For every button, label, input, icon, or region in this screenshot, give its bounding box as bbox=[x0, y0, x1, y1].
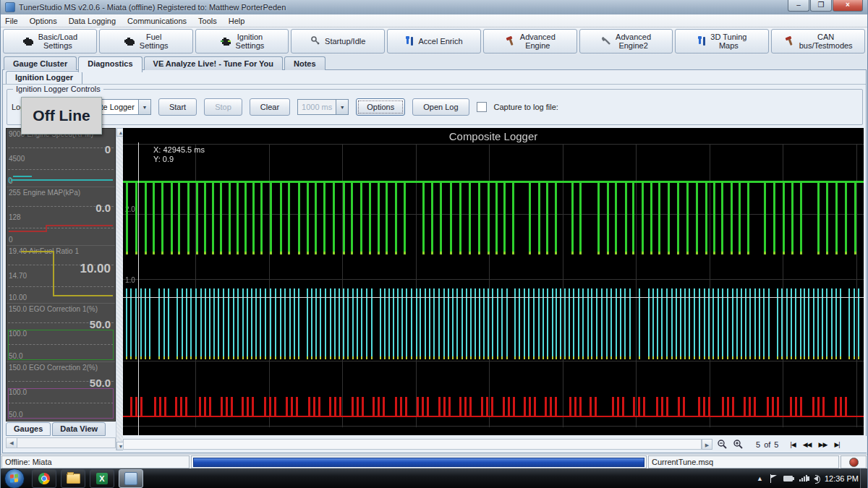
system-tray: ▲ 12:36 PM bbox=[757, 468, 859, 488]
taskbar-excel-icon[interactable]: X bbox=[90, 469, 114, 488]
network-signal-icon[interactable] bbox=[799, 475, 807, 481]
close-button[interactable]: × bbox=[833, 0, 863, 12]
window-title: TunerStudio MS v2.0.6 - Miata (offline) … bbox=[19, 3, 286, 12]
options-button[interactable]: Options bbox=[356, 98, 405, 116]
taskbar-tunerstudio-icon[interactable] bbox=[119, 469, 143, 488]
scroll-left-icon[interactable]: ◀ bbox=[7, 438, 17, 448]
taskbar-chrome-icon[interactable] bbox=[32, 469, 56, 488]
chart-hscrollbar[interactable] bbox=[123, 439, 702, 450]
toolbar-startup-idle-button[interactable]: Startup/Idle bbox=[291, 29, 385, 53]
toolbar-advanced-button[interactable]: AdvancedEngine bbox=[483, 29, 577, 53]
tab-notes[interactable]: Notes bbox=[284, 56, 326, 70]
toolbar-accel-enrich-button[interactable]: Accel Enrich bbox=[387, 29, 481, 53]
gauge-header: 150.0EGO Correction 2(%) bbox=[9, 364, 98, 372]
zoom-out-icon[interactable] bbox=[715, 438, 728, 451]
gauge-ego-correction-1-[interactable]: 150.0EGO Correction 1(%)50.0100.050.0 bbox=[7, 304, 115, 362]
toolbar-button-label: AdvancedEngine bbox=[520, 33, 556, 50]
toolbar-fuel-button[interactable]: FuelSettings bbox=[99, 29, 193, 53]
menu-help[interactable]: Help bbox=[229, 17, 245, 25]
toolbar-button-label: IgnitionSettings bbox=[236, 33, 265, 50]
start-button[interactable] bbox=[4, 468, 25, 488]
scroll-right-icon[interactable]: ▶ bbox=[702, 439, 712, 450]
menu-file[interactable]: File bbox=[5, 17, 18, 25]
app-icon bbox=[5, 2, 15, 12]
gridline bbox=[8, 286, 114, 287]
show-desktop-button[interactable] bbox=[860, 468, 867, 488]
status-led-icon bbox=[849, 458, 859, 467]
tray-expand-icon[interactable]: ▲ bbox=[757, 475, 763, 482]
volume-icon[interactable] bbox=[814, 476, 818, 481]
tab-ve-analyze-live-tune-for-you[interactable]: VE Analyze Live! - Tune For You bbox=[144, 56, 283, 70]
gauge-mid: 4500 bbox=[9, 155, 25, 163]
tab-gauge-cluster[interactable]: Gauge Cluster bbox=[4, 56, 77, 70]
maximize-button[interactable]: ❐ bbox=[810, 0, 832, 12]
stop-button: Stop bbox=[204, 98, 242, 116]
gauge-air-fuel-ratio-1[interactable]: 19.40Air:Fuel Ratio 110.0014.7010.00 bbox=[7, 246, 115, 304]
gauge-header: 150.0EGO Correction 1(%) bbox=[9, 305, 98, 313]
hammer-icon bbox=[784, 35, 796, 48]
interval-select: 1000 ms ▼ bbox=[297, 99, 349, 115]
tab-gauges[interactable]: Gauges bbox=[6, 422, 51, 436]
diagnostics-panel: Ignition Logger Ignition Logger Controls… bbox=[2, 69, 867, 453]
toolbar-ignition-button[interactable]: IgnitionSettings bbox=[195, 29, 289, 53]
gauge-engine-speed-rpm-[interactable]: 9000Engine Speed(RPM)0450000 bbox=[7, 129, 115, 187]
windows-logo-icon bbox=[10, 474, 19, 483]
action-center-flag-icon[interactable] bbox=[770, 474, 777, 483]
engine-icon bbox=[124, 35, 136, 48]
progress-cell bbox=[191, 455, 647, 468]
gauge-panel-hscrollbar[interactable]: ◀ bbox=[6, 437, 116, 448]
toolbar-advanced-button[interactable]: AdvancedEngine2 bbox=[579, 29, 673, 53]
chevron-down-icon[interactable]: ▼ bbox=[138, 100, 150, 114]
toolbar-can-button[interactable]: CANbus/Testmodes bbox=[771, 29, 865, 53]
current-tune-file: CurrentTune.msq bbox=[648, 455, 839, 468]
taskbar: X ▲ 12:36 PM bbox=[1, 468, 867, 488]
toolbar-button-label: Startup/Idle bbox=[325, 37, 365, 46]
zoom-in-icon[interactable] bbox=[731, 438, 744, 451]
next-page-button[interactable]: ▶▶ bbox=[816, 440, 830, 450]
hammer-icon bbox=[505, 35, 516, 48]
gauge-value: 50.0 bbox=[90, 318, 111, 330]
gauge-mid: 128 bbox=[9, 213, 21, 221]
gauge-max: 150.0 bbox=[9, 305, 27, 313]
composite-logger-chart[interactable]: Composite Logger X: 42945.5 ms Y: 0.9 bbox=[123, 128, 864, 435]
toolbar: Basic/LoadSettingsFuelSettingsIgnitionSe… bbox=[1, 27, 867, 55]
waveform-canvas[interactable] bbox=[123, 128, 864, 435]
last-page-button[interactable]: ▶| bbox=[831, 440, 842, 450]
gauge-title: EGO Correction 2(%) bbox=[29, 364, 98, 372]
tab-data-view[interactable]: Data View bbox=[52, 422, 106, 436]
wrench-icon bbox=[601, 35, 612, 48]
toolbar-basic-load-button[interactable]: Basic/LoadSettings bbox=[3, 29, 97, 53]
tab-ignition-logger[interactable]: Ignition Logger bbox=[6, 71, 82, 84]
interval-value: 1000 ms bbox=[298, 103, 336, 111]
start-button[interactable]: Start bbox=[158, 98, 197, 116]
tools-icon bbox=[405, 35, 414, 48]
toolbar-button-label: AdvancedEngine2 bbox=[616, 33, 651, 50]
clear-button[interactable]: Clear bbox=[250, 98, 290, 116]
battery-icon[interactable] bbox=[783, 476, 793, 481]
gauge-engine-map-kpa-[interactable]: 255Engine MAP(kPa)0.01280 bbox=[7, 187, 115, 246]
menu-tools[interactable]: Tools bbox=[198, 17, 217, 25]
prev-page-button[interactable]: ◀◀ bbox=[800, 440, 814, 450]
menu-communications[interactable]: Communications bbox=[127, 17, 187, 25]
title-bar[interactable]: TunerStudio MS v2.0.6 - Miata (offline) … bbox=[1, 0, 867, 14]
main-tabs: Gauge ClusterDiagnosticsVE Analyze Live!… bbox=[4, 56, 327, 70]
group-label: Ignition Logger Controls bbox=[13, 85, 103, 93]
gauge-ego-correction-2-[interactable]: 150.0EGO Correction 2(%)50.0100.050.0 bbox=[7, 362, 115, 421]
open-log-button[interactable]: Open Log bbox=[412, 98, 469, 116]
capture-to-log-checkbox[interactable] bbox=[477, 102, 487, 112]
menu-options[interactable]: Options bbox=[30, 17, 57, 25]
minimize-button[interactable]: – bbox=[788, 0, 809, 12]
toolbar-3d-tuning-button[interactable]: 3D TuningMaps bbox=[675, 29, 769, 53]
ignition-engine-icon bbox=[220, 35, 232, 48]
tab-diagnostics[interactable]: Diagnostics bbox=[78, 56, 142, 72]
first-page-button[interactable]: |◀ bbox=[787, 440, 798, 450]
menu-data-logging[interactable]: Data Logging bbox=[69, 17, 116, 25]
gridline bbox=[8, 228, 114, 228]
taskbar-explorer-icon[interactable] bbox=[61, 469, 85, 488]
chart-bottom-bar: ▶ 5 of 5 |◀ ◀◀ ▶▶ ▶| bbox=[123, 436, 867, 453]
taskbar-clock[interactable]: 12:36 PM bbox=[825, 474, 859, 483]
page-indicator: 5 of 5 bbox=[756, 440, 778, 449]
status-bar: Offline: Miata CurrentTune.msq bbox=[1, 454, 867, 469]
cursor-x-value: X: 42945.5 ms bbox=[153, 145, 205, 155]
gridline bbox=[8, 169, 114, 170]
